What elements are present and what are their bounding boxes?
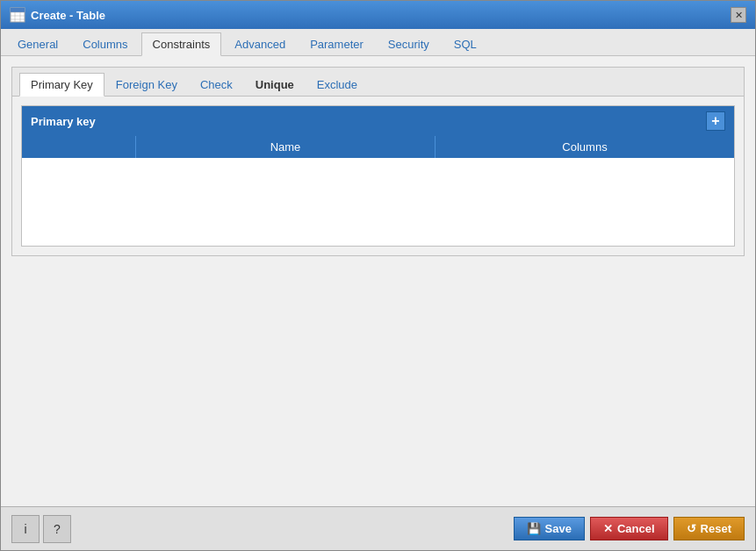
- reset-label: Reset: [701, 522, 731, 535]
- table-body: [22, 158, 734, 246]
- add-primary-key-button[interactable]: +: [706, 111, 725, 131]
- reset-icon: ↺: [687, 522, 696, 535]
- reset-button[interactable]: ↺ Reset: [673, 517, 745, 540]
- col-header-action: [22, 136, 136, 158]
- cancel-label: Cancel: [617, 522, 655, 535]
- dialog-window: Create - Table ✕ General Columns Constra…: [0, 0, 756, 551]
- close-button[interactable]: ✕: [731, 7, 746, 23]
- tab-parameter[interactable]: Parameter: [299, 32, 375, 55]
- tab-general[interactable]: General: [6, 32, 69, 55]
- section-header: Primary key +: [22, 106, 734, 136]
- cancel-button[interactable]: ✕ Cancel: [590, 517, 668, 540]
- save-label: Save: [545, 522, 572, 535]
- tab-security[interactable]: Security: [377, 32, 441, 55]
- bottom-right-buttons: 💾 Save ✕ Cancel ↺ Reset: [514, 517, 745, 540]
- sub-tab-primary-key[interactable]: Primary Key: [19, 73, 104, 97]
- sub-tabs-row: Primary Key Foreign Key Check Unique Exc…: [12, 68, 744, 97]
- bottom-bar: i ? 💾 Save ✕ Cancel ↺ Reset: [1, 506, 755, 550]
- table-icon: [10, 7, 25, 23]
- sub-tab-foreign-key[interactable]: Foreign Key: [104, 73, 189, 96]
- table-header: Name Columns: [22, 136, 734, 158]
- tab-columns[interactable]: Columns: [71, 32, 139, 55]
- sub-tab-exclude[interactable]: Exclude: [306, 73, 369, 96]
- sub-tab-unique[interactable]: Unique: [244, 73, 306, 96]
- title-bar: Create - Table ✕: [1, 1, 755, 29]
- help-button[interactable]: ?: [43, 515, 71, 543]
- cancel-icon: ✕: [603, 522, 613, 535]
- bottom-left-buttons: i ?: [11, 515, 71, 543]
- info-button[interactable]: i: [11, 515, 40, 543]
- section-title: Primary key: [31, 115, 96, 128]
- save-icon: 💾: [527, 522, 541, 535]
- nav-tabs-bar: General Columns Constraints Advanced Par…: [1, 29, 755, 56]
- tab-sql[interactable]: SQL: [443, 32, 488, 55]
- col-header-name: Name: [136, 136, 436, 158]
- constraint-container: Primary Key Foreign Key Check Unique Exc…: [11, 67, 745, 256]
- window-title: Create - Table: [31, 9, 105, 22]
- save-button[interactable]: 💾 Save: [514, 517, 585, 540]
- primary-key-panel: Primary key + Name Columns: [21, 105, 735, 247]
- tab-constraints[interactable]: Constraints: [141, 32, 222, 56]
- tab-advanced[interactable]: Advanced: [223, 32, 297, 55]
- col-header-columns: Columns: [436, 136, 734, 158]
- sub-tab-content: Primary key + Name Columns: [12, 97, 744, 255]
- sub-tab-check[interactable]: Check: [189, 73, 244, 96]
- svg-rect-1: [11, 8, 25, 12]
- content-area: Primary Key Foreign Key Check Unique Exc…: [1, 56, 755, 506]
- title-bar-left: Create - Table: [10, 7, 105, 23]
